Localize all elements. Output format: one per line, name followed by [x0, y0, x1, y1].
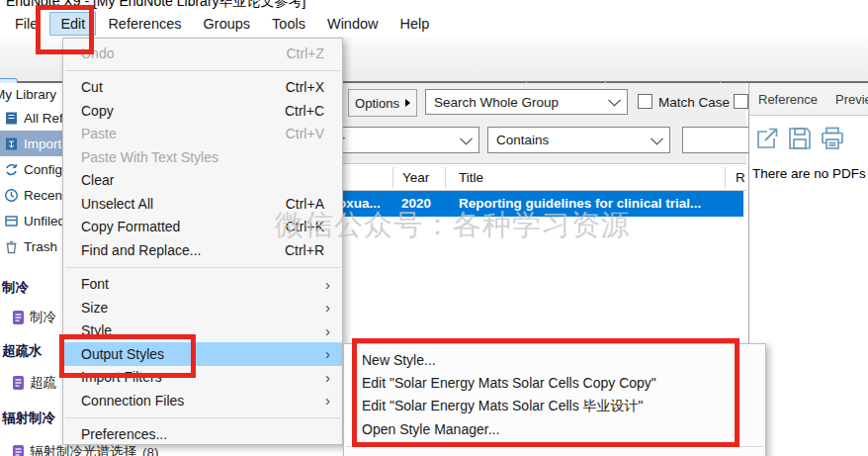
submenu-arrow-icon: › [325, 392, 330, 409]
menu-item-preferences[interactable]: Preferences... [63, 423, 342, 447]
menu-item-clear[interactable]: Clear [63, 169, 342, 193]
title-bar: EndNote X9 - [My EndNote Library毕业论文参考] [0, 0, 868, 10]
group-set-header[interactable]: 超疏水 [2, 342, 43, 360]
menu-item-paste[interactable]: PasteCtrl+V [63, 123, 342, 146]
submenu-arrow-icon: › [325, 369, 330, 386]
menu-separator [65, 70, 340, 71]
annotation-box-edit [36, 5, 94, 54]
menu-references[interactable]: References [98, 13, 191, 35]
chevron-down-icon [460, 132, 473, 144]
trash-icon [4, 239, 19, 254]
menu-item-undo[interactable]: UndoCtrl+Z [63, 42, 342, 65]
match-case-checkbox[interactable] [638, 94, 652, 109]
column-title[interactable]: Title [459, 170, 483, 185]
search-comparator-dropdown[interactable]: Contains [487, 127, 670, 153]
smart-group-icon [12, 310, 26, 325]
menu-item-size[interactable]: Size› [63, 296, 342, 319]
unfiled-icon [4, 214, 19, 228]
imported-references-icon [4, 137, 19, 151]
annotation-box-output-styles [59, 334, 196, 378]
submenu-item-annotated[interactable]: Annotated [344, 452, 765, 456]
column-divider [392, 167, 393, 188]
tab-reference[interactable]: Reference [749, 92, 826, 107]
column-divider [445, 167, 446, 188]
search-scope-dropdown[interactable]: Search Whole Group [425, 89, 628, 115]
annotation-box-submenu [352, 338, 739, 447]
options-arrow-icon [405, 99, 410, 107]
group-set-header[interactable]: 辐射制冷 [2, 410, 55, 427]
menu-bar: File Edit References Groups Tools Window… [0, 10, 868, 37]
no-pdf-message: There are no PDFs [752, 166, 866, 181]
menu-item-font[interactable]: Font› [63, 273, 342, 297]
watermark-text: 微信公众号：各种学习资源 [275, 206, 631, 245]
menu-help[interactable]: Help [391, 13, 440, 35]
column-r[interactable]: R [736, 170, 745, 185]
submenu-arrow-icon: › [325, 276, 330, 293]
chevron-down-icon [608, 94, 621, 107]
smart-group-icon [12, 375, 26, 391]
my-library-header: My Library [0, 87, 56, 102]
menu-item-copy[interactable]: CopyCtrl+C [63, 99, 342, 123]
reference-panel: Reference Preview There are no PDFs [748, 83, 868, 456]
search-options-button[interactable]: Options [348, 89, 417, 117]
column-divider [725, 167, 726, 188]
open-pdf-icon[interactable] [754, 126, 780, 151]
menu-separator [65, 267, 340, 268]
book-icon [4, 111, 19, 126]
menu-item-paste-with-text-styles[interactable]: Paste With Text Styles [63, 145, 342, 169]
column-year[interactable]: Year [402, 170, 429, 185]
chevron-down-icon [651, 132, 663, 144]
group-count: (8) [142, 445, 159, 456]
clock-icon [4, 188, 19, 203]
menu-item-connection-files[interactable]: Connection Files› [63, 389, 342, 412]
smart-group-icon [12, 444, 26, 456]
match-case-label: Match Case [658, 95, 730, 110]
submenu-arrow-icon: › [325, 299, 330, 316]
group-set-header[interactable]: 制冷 [2, 279, 29, 297]
submenu-arrow-icon: › [325, 345, 330, 362]
save-icon[interactable] [787, 126, 813, 151]
menu-groups[interactable]: Groups [194, 13, 261, 35]
sync-small-icon [4, 162, 19, 177]
tab-preview[interactable]: Preview [826, 92, 868, 107]
endnote-window: EndNote X9 - [My EndNote Library毕业论文参考] … [0, 0, 868, 456]
submenu-arrow-icon: › [325, 322, 330, 339]
menu-item-cut[interactable]: CutCtrl+X [63, 76, 342, 100]
menu-tools[interactable]: Tools [262, 13, 315, 35]
print-icon[interactable] [820, 126, 845, 151]
panel-tabs: Reference Preview [749, 83, 868, 116]
menu-window[interactable]: Window [317, 13, 389, 35]
menu-separator [65, 417, 340, 418]
match-words-checkbox[interactable] [734, 94, 748, 109]
